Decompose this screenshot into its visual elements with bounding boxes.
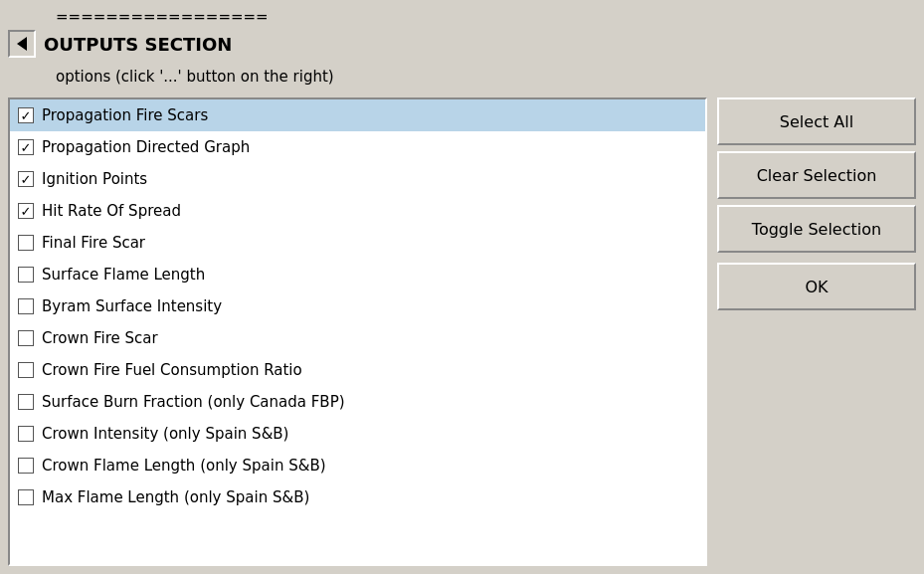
toggle-selection-button[interactable]: Toggle Selection	[717, 205, 916, 253]
list-item[interactable]: Surface Flame Length	[10, 259, 705, 290]
item-label: Final Fire Scar	[42, 234, 145, 252]
item-label: Crown Intensity (only Spain S&B)	[42, 425, 288, 443]
checkbox-icon	[18, 235, 34, 251]
checkbox-icon	[18, 298, 34, 314]
list-item[interactable]: Hit Rate Of Spread	[10, 195, 705, 227]
content-row: Propagation Fire ScarsPropagation Direct…	[8, 97, 916, 566]
item-label: Surface Flame Length	[42, 266, 205, 284]
checkbox-icon	[18, 139, 34, 155]
list-item[interactable]: Surface Burn Fraction (only Canada FBP)	[10, 386, 705, 418]
list-item[interactable]: Final Fire Scar	[10, 227, 705, 259]
list-item[interactable]: Ignition Points	[10, 163, 705, 195]
items-list[interactable]: Propagation Fire ScarsPropagation Direct…	[8, 97, 707, 566]
item-label: Surface Burn Fraction (only Canada FBP)	[42, 393, 345, 411]
header-separator: =================	[56, 8, 916, 26]
item-label: Byram Surface Intensity	[42, 297, 222, 315]
title-row: OUTPUTS SECTION	[8, 30, 916, 58]
list-item[interactable]: Max Flame Length (only Spain S&B)	[10, 481, 705, 513]
list-item[interactable]: Crown Intensity (only Spain S&B)	[10, 418, 705, 450]
back-arrow-icon	[17, 37, 27, 51]
checkbox-icon	[18, 330, 34, 346]
checkbox-icon	[18, 362, 34, 378]
main-container: ================= OUTPUTS SECTION option…	[0, 0, 924, 574]
list-item[interactable]: Propagation Directed Graph	[10, 131, 705, 163]
list-item[interactable]: Crown Flame Length (only Spain S&B)	[10, 450, 705, 481]
checkbox-icon	[18, 107, 34, 123]
ok-button[interactable]: OK	[717, 263, 916, 310]
item-label: Ignition Points	[42, 170, 147, 188]
checkbox-icon	[18, 489, 34, 505]
item-label: Propagation Directed Graph	[42, 138, 250, 156]
checkbox-icon	[18, 394, 34, 410]
checkbox-icon	[18, 203, 34, 219]
options-hint: options (click '...' button on the right…	[56, 68, 916, 86]
item-label: Hit Rate Of Spread	[42, 202, 181, 220]
checkbox-icon	[18, 458, 34, 474]
select-all-button[interactable]: Select All	[717, 97, 916, 145]
back-button[interactable]	[8, 30, 36, 58]
item-label: Crown Fire Scar	[42, 329, 158, 347]
list-item[interactable]: Crown Fire Scar	[10, 322, 705, 354]
buttons-container: Select All Clear Selection Toggle Select…	[717, 97, 916, 566]
item-label: Max Flame Length (only Spain S&B)	[42, 488, 309, 506]
list-item[interactable]: Byram Surface Intensity	[10, 290, 705, 322]
list-item[interactable]: Crown Fire Fuel Consumption Ratio	[10, 354, 705, 386]
list-item[interactable]: Propagation Fire Scars	[10, 99, 705, 131]
item-label: Crown Flame Length (only Spain S&B)	[42, 457, 326, 475]
clear-selection-button[interactable]: Clear Selection	[717, 151, 916, 199]
item-label: Crown Fire Fuel Consumption Ratio	[42, 361, 302, 379]
section-title: OUTPUTS SECTION	[44, 34, 232, 55]
item-label: Propagation Fire Scars	[42, 106, 208, 124]
checkbox-icon	[18, 267, 34, 283]
checkbox-icon	[18, 426, 34, 442]
checkbox-icon	[18, 171, 34, 187]
